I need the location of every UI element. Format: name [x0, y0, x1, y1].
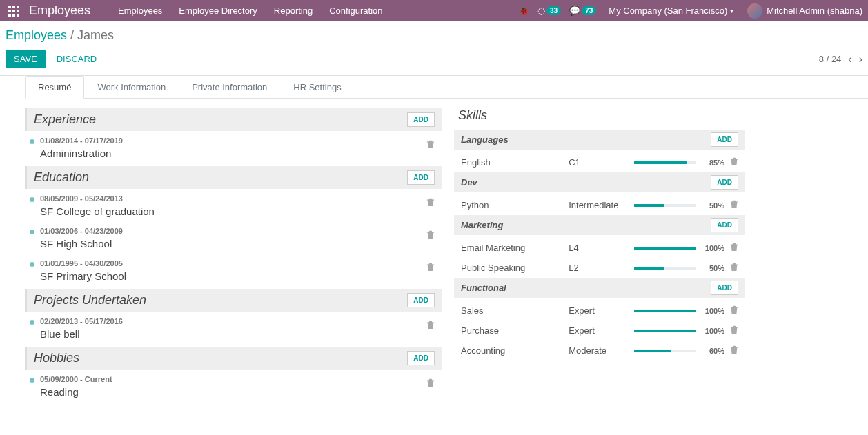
skill-level: L4 — [569, 243, 633, 253]
skill-percent: 60% — [697, 347, 724, 355]
skills-column: Skills LanguagesADDEnglishC185% DevADDPy… — [442, 108, 745, 405]
add-button[interactable]: ADD — [711, 218, 738, 232]
trash-icon[interactable] — [730, 201, 738, 211]
skill-row[interactable]: Email MarketingL4100% — [454, 238, 745, 258]
skill-level: Moderate — [569, 345, 633, 356]
breadcrumb-sep: / — [70, 28, 77, 42]
skill-group-name: Functional — [461, 283, 711, 293]
chevron-down-icon: ▾ — [730, 7, 733, 14]
nav-employee-directory[interactable]: Employee Directory — [179, 6, 257, 16]
tab-private-info[interactable]: Private Information — [179, 76, 280, 98]
nav-reporting[interactable]: Reporting — [274, 6, 313, 16]
skill-name: Accounting — [461, 345, 567, 356]
tab-hr-settings[interactable]: HR Settings — [280, 76, 354, 98]
skill-row[interactable]: PurchaseExpert100% — [454, 321, 745, 341]
brand-label: Employees — [29, 3, 90, 18]
timeline-item[interactable]: 01/03/2006 - 04/23/2009SF High School — [25, 224, 442, 256]
timeline-title: Blue bell — [40, 328, 435, 340]
add-button[interactable]: ADD — [711, 281, 738, 295]
timeline-title: SF High School — [40, 238, 435, 250]
skill-level: L2 — [569, 263, 633, 273]
skill-level: C1 — [569, 157, 633, 168]
section-title: Projects Undertaken — [34, 293, 407, 307]
trash-icon[interactable] — [426, 141, 435, 151]
pager-next-icon[interactable]: › — [859, 53, 862, 65]
skill-bar — [634, 330, 696, 332]
add-button[interactable]: ADD — [407, 293, 435, 307]
tab-resume[interactable]: Resumé — [25, 76, 84, 99]
resume-section-header: ExperienceADD — [25, 108, 442, 131]
timeline-item[interactable]: 05/09/2000 - CurrentReading — [25, 372, 442, 405]
resume-column: ExperienceADD01/08/2014 - 07/17/2019Admi… — [0, 108, 442, 405]
skill-bar — [634, 310, 696, 312]
resume-section-header: EducationADD — [25, 166, 442, 189]
trash-icon[interactable] — [730, 244, 738, 254]
breadcrumb: Employees / James — [0, 21, 868, 47]
trash-icon[interactable] — [730, 159, 738, 168]
bug-icon[interactable]: 🐞 — [518, 6, 529, 16]
skill-group-name: Marketing — [461, 220, 711, 230]
timeline-title: SF College of graduation — [40, 205, 435, 217]
activity-badge: 33 — [546, 6, 561, 15]
breadcrumb-current: James — [77, 28, 114, 42]
add-button[interactable]: ADD — [407, 170, 435, 185]
skill-level: Expert — [569, 325, 633, 336]
skill-row[interactable]: SalesExpert100% — [454, 301, 745, 321]
skill-group-header: FunctionalADD — [454, 278, 745, 298]
skill-group-header: LanguagesADD — [454, 130, 745, 150]
top-nav: Employees Employee Directory Reporting C… — [118, 6, 382, 16]
skill-name: Email Marketing — [461, 243, 567, 253]
timeline-item[interactable]: 02/20/2013 - 05/17/2016Blue bell — [25, 314, 442, 347]
trash-icon[interactable] — [730, 307, 738, 316]
add-button[interactable]: ADD — [711, 132, 738, 147]
resume-section-header: HobbiesADD — [25, 347, 442, 370]
skill-percent: 85% — [697, 159, 724, 167]
trash-icon[interactable] — [426, 263, 435, 274]
skill-row[interactable]: AccountingModerate60% — [454, 341, 745, 361]
skill-bar — [634, 161, 696, 164]
trash-icon[interactable] — [426, 199, 435, 209]
skill-row[interactable]: EnglishC185% — [454, 152, 745, 172]
breadcrumb-root[interactable]: Employees — [6, 28, 67, 42]
avatar[interactable] — [747, 3, 762, 19]
add-button[interactable]: ADD — [407, 112, 435, 127]
trash-icon[interactable] — [426, 379, 435, 390]
skill-percent: 100% — [697, 327, 724, 335]
timeline-dates: 08/05/2009 - 05/24/2013 — [40, 194, 435, 203]
timeline-dates: 02/20/2013 - 05/17/2016 — [40, 317, 435, 325]
user-label[interactable]: Mitchell Admin (shabna) — [767, 6, 862, 16]
nav-configuration[interactable]: Configuration — [329, 6, 382, 16]
timeline-dates: 01/01/1995 - 04/30/2005 — [40, 259, 435, 267]
save-button[interactable]: SAVE — [6, 50, 46, 68]
add-button[interactable]: ADD — [407, 351, 435, 365]
skill-row[interactable]: PythonIntermediate50% — [454, 195, 745, 215]
pager-prev-icon[interactable]: ‹ — [848, 53, 851, 65]
discard-button[interactable]: DISCARD — [48, 50, 106, 68]
trash-icon[interactable] — [426, 231, 435, 241]
activity-icon[interactable]: ◌33 — [537, 6, 561, 16]
trash-icon[interactable] — [730, 327, 738, 336]
timeline-item[interactable]: 08/05/2009 - 05/24/2013SF College of gra… — [25, 192, 442, 224]
skill-name: Python — [461, 200, 567, 210]
trash-icon[interactable] — [730, 264, 738, 274]
skill-row[interactable]: Public SpeakingL250% — [454, 258, 745, 278]
timeline-item[interactable]: 01/01/1995 - 04/30/2005SF Primary School — [25, 256, 442, 289]
timeline-dates: 05/09/2000 - Current — [40, 375, 435, 383]
topbar: Employees Employees Employee Directory R… — [0, 0, 868, 21]
tab-work-info[interactable]: Work Information — [84, 76, 179, 98]
timeline-dates: 01/03/2006 - 04/23/2009 — [40, 227, 435, 235]
trash-icon[interactable] — [730, 347, 738, 356]
skill-level: Intermediate — [569, 200, 633, 210]
apps-icon[interactable] — [8, 6, 19, 17]
messaging-icon[interactable]: 💬73 — [569, 6, 596, 16]
skill-name: English — [461, 157, 567, 168]
timeline-item[interactable]: 01/08/2014 - 07/17/2019Admininstration — [25, 134, 442, 166]
skill-level: Expert — [569, 305, 633, 316]
skill-group-header: DevADD — [454, 172, 745, 192]
company-selector[interactable]: My Company (San Francisco) ▾ — [609, 6, 733, 16]
skill-bar — [634, 204, 696, 207]
add-button[interactable]: ADD — [711, 175, 738, 190]
timeline-dates: 01/08/2014 - 07/17/2019 — [40, 136, 435, 145]
nav-employees[interactable]: Employees — [118, 6, 162, 16]
trash-icon[interactable] — [426, 321, 435, 332]
